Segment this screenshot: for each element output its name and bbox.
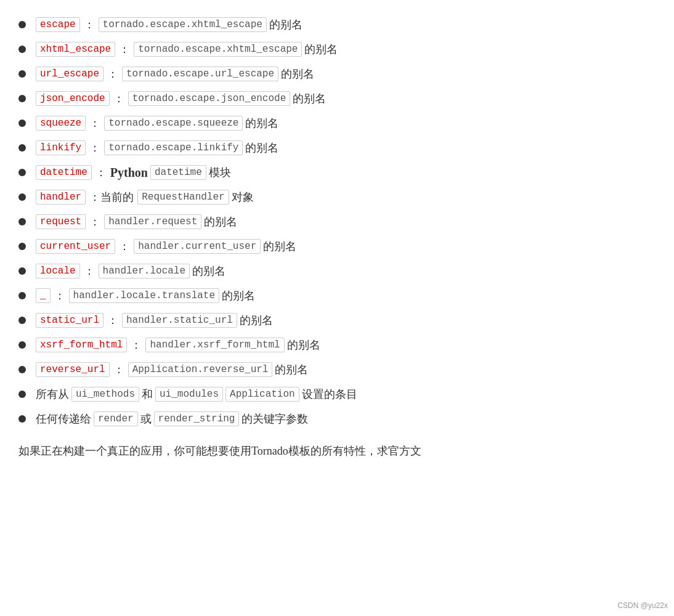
separator: ：: [84, 264, 95, 278]
list-item: request ： handler.request 的别名: [18, 209, 656, 234]
list-item: squeeze ： tornado.escape.squeeze 的别名: [18, 111, 656, 136]
suffix-text: 的别名: [293, 91, 326, 106]
value-code: handler.current_user: [134, 239, 261, 254]
list-item: 任何传递给 render 或 render_string 的关键字参数: [18, 407, 656, 431]
list-item: locale ： handler.locale 的别名: [18, 259, 656, 283]
list-item: 所有从 ui_methods 和 ui_modules Application …: [18, 382, 656, 407]
bullet-icon: [18, 415, 26, 423]
suffix-text: 的别名: [275, 362, 308, 377]
separator: ：: [84, 17, 95, 32]
key-code: _: [36, 288, 51, 303]
value-code: datetime: [150, 165, 206, 180]
value-code: handler.static_url: [122, 313, 237, 328]
value-code: handler.xsrf_form_html: [145, 338, 284, 352]
list-item: reverse_url ： Application.reverse_url 的别…: [18, 357, 656, 382]
separator: ：: [113, 91, 124, 106]
key-code: locale: [36, 264, 80, 278]
bullet-icon: [18, 169, 26, 176]
bullet-icon: [18, 366, 26, 373]
list-item: escape ： tornado.escape.xhtml_escape 的别名: [18, 12, 656, 37]
list-item: _ ： handler.locale.translate 的别名: [18, 283, 656, 308]
list-item: datetime ： Python datetime 模块: [18, 160, 656, 185]
and-text: 和: [142, 387, 153, 402]
separator: ：当前的: [89, 190, 134, 205]
list-item: url_escape ： tornado.escape.url_escape 的…: [18, 62, 656, 86]
separator: ：: [131, 338, 142, 352]
list-item: json_encode ： tornado.escape.json_encode…: [18, 86, 656, 111]
suffix-text: 的别名: [281, 67, 314, 81]
python-text: Python: [110, 166, 148, 180]
main-list: escape ： tornado.escape.xhtml_escape 的别名…: [18, 12, 656, 431]
separator: ：: [119, 42, 130, 57]
value-code: tornado.escape.linkify: [104, 140, 243, 155]
bullet-icon: [18, 21, 26, 28]
list-item: linkify ： tornado.escape.linkify 的别名: [18, 136, 656, 160]
value-code: tornado.escape.squeeze: [104, 116, 243, 131]
key-code: current_user: [36, 239, 115, 254]
list-item: xsrf_form_html ： handler.xsrf_form_html …: [18, 333, 656, 357]
bullet-icon: [18, 391, 26, 398]
value-code: tornado.escape.xhtml_escape: [134, 42, 302, 57]
bullet-icon: [18, 267, 26, 275]
or-text: 或: [140, 411, 152, 426]
bullet-icon: [18, 120, 26, 127]
bullet-icon: [18, 46, 26, 53]
list-item: static_url ： handler.static_url 的别名: [18, 308, 656, 333]
bullet-icon: [18, 317, 26, 324]
key-code: url_escape: [36, 67, 104, 81]
separator: ：: [54, 288, 65, 303]
bullet-icon: [18, 243, 26, 250]
key-code: handler: [36, 190, 86, 205]
value-code: tornado.escape.url_escape: [122, 67, 278, 81]
value-code: tornado.escape.json_encode: [128, 91, 291, 106]
separator: ：: [107, 313, 118, 328]
bullet-icon: [18, 193, 26, 201]
bullet-icon: [18, 341, 26, 349]
suffix-text: 的别名: [222, 288, 255, 303]
separator: ：: [107, 67, 118, 81]
key-code: static_url: [36, 313, 104, 328]
suffix-text: 的别名: [192, 264, 225, 278]
application-code: Application: [225, 387, 299, 402]
key-code: squeeze: [36, 116, 86, 131]
ui-modules-code: ui_modules: [155, 387, 223, 402]
bullet-icon: [18, 144, 26, 152]
suffix-text: 的别名: [287, 338, 320, 352]
suffix-text: 的别名: [304, 42, 338, 57]
suffix-text: 对象: [232, 190, 254, 205]
value-code: handler.locale.translate: [69, 288, 219, 303]
key-code: datetime: [36, 165, 92, 180]
bottom-text: 如果正在构建一个真正的应用，你可能想要使用Tornado模板的所有特性，求官方文: [18, 444, 656, 458]
value-code: handler.locale: [99, 264, 190, 278]
suffix-text: 的别名: [269, 17, 302, 32]
separator: ：: [89, 116, 100, 131]
bullet-icon: [18, 292, 26, 299]
bullet-icon: [18, 95, 26, 102]
key-code: request: [36, 214, 86, 229]
key-code: reverse_url: [36, 362, 110, 377]
watermark: CSDN @yu22x: [617, 601, 668, 610]
value-code: RequestHandler: [137, 190, 229, 205]
separator: ：: [89, 140, 100, 155]
suffix-text: 的别名: [204, 214, 237, 229]
value-code: Application.reverse_url: [128, 362, 273, 377]
key-code: escape: [36, 17, 80, 32]
list-item: xhtml_escape ： tornado.escape.xhtml_esca…: [18, 37, 656, 62]
suffix-text: 设置的条目: [302, 387, 357, 402]
render-string-code: render_string: [154, 411, 240, 426]
ui-methods-code: ui_methods: [71, 387, 139, 402]
suffix-text: 的别名: [245, 140, 278, 155]
list-item: handler ：当前的 RequestHandler 对象: [18, 185, 656, 209]
list-item: current_user ： handler.current_user 的别名: [18, 234, 656, 259]
render-code: render: [94, 411, 138, 426]
suffix-text: 的别名: [263, 239, 296, 254]
separator: ：: [113, 362, 124, 377]
prefix-text: 任何传递给: [36, 411, 91, 426]
key-code: json_encode: [36, 91, 110, 106]
bullet-icon: [18, 70, 26, 78]
suffix-text: 的别名: [245, 116, 278, 131]
key-code: linkify: [36, 140, 86, 155]
value-code: handler.request: [104, 214, 201, 229]
bullet-icon: [18, 218, 26, 225]
separator: ：: [89, 214, 100, 229]
